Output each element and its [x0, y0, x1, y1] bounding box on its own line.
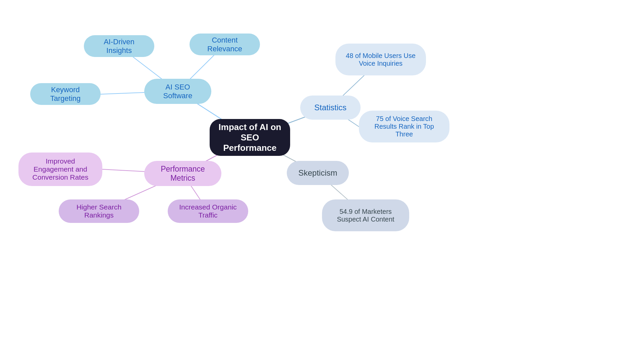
marketers-suspect-node[interactable]: 54.9 of Marketers Suspect AI Content	[322, 199, 409, 231]
center-node: Impact of AI on SEO Performance	[210, 119, 290, 156]
increased-organic-node[interactable]: Increased Organic Traffic	[168, 199, 248, 223]
skepticism-node[interactable]: Skepticism	[287, 161, 349, 185]
performance-metrics-node[interactable]: Performance Metrics	[144, 161, 221, 186]
statistics-node[interactable]: Statistics	[300, 96, 361, 120]
improved-engagement-node[interactable]: Improved Engagement and Conversion Rates	[18, 153, 102, 186]
ai-seo-software-node[interactable]: AI SEO Software	[144, 79, 211, 104]
content-relevance-node[interactable]: Content Relevance	[190, 34, 260, 55]
higher-search-node[interactable]: Higher Search Rankings	[59, 199, 139, 223]
keyword-targeting-node[interactable]: Keyword Targeting	[30, 83, 101, 105]
mobile-users-node[interactable]: 48 of Mobile Users Use Voice Inquiries	[335, 44, 426, 75]
voice-search-node[interactable]: 75 of Voice Search Results Rank in Top T…	[359, 111, 449, 142]
ai-driven-insights-node[interactable]: AI-Driven Insights	[84, 35, 154, 57]
